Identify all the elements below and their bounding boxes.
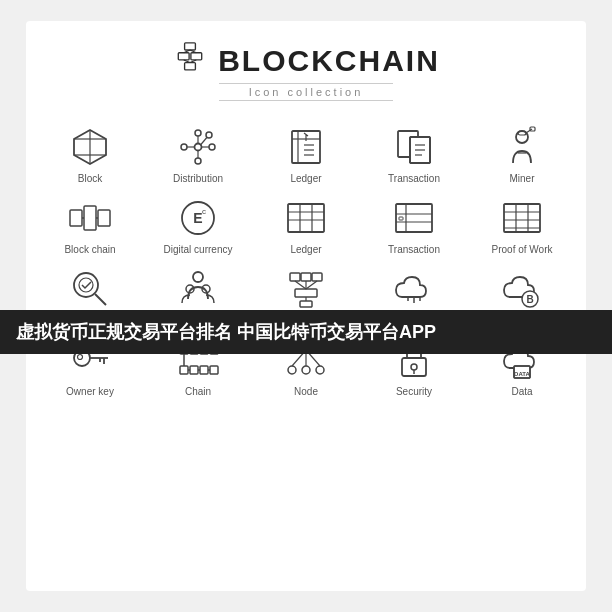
network-icon [284, 267, 328, 311]
svg-point-16 [195, 158, 201, 164]
svg-rect-57 [399, 217, 403, 220]
transaction2-label: Transaction [388, 244, 440, 255]
icon-cell-transaction2: Transaction [360, 190, 468, 261]
ledger2-label: Ledger [290, 244, 321, 255]
svg-text:B: B [526, 294, 533, 305]
digital-currency-label: Digital currency [164, 244, 233, 255]
svg-rect-97 [190, 366, 198, 374]
icon-cell-ledger2: Ledger [252, 190, 360, 261]
logo-icon [172, 41, 208, 81]
ledger2-icon [284, 196, 328, 240]
svg-text:c: c [202, 207, 206, 216]
security-label: Security [396, 386, 432, 397]
proof-of-work-label: Proof of Work [492, 244, 553, 255]
block-label: Block [78, 173, 102, 184]
svg-line-77 [306, 281, 317, 289]
promo-banner: 虚拟货币正规交易平台排名 中国比特币交易平台APP [0, 310, 612, 354]
page-wrapper: BLOCKCHAIN Icon collection [0, 0, 612, 612]
transaction-label: Transaction [388, 173, 440, 184]
icon-cell-distribution: Distribution [144, 119, 252, 190]
subtitle: Icon collection [219, 83, 394, 101]
svg-point-105 [288, 366, 296, 374]
digital-currency-icon: E c [176, 196, 220, 240]
icon-cell-proof-of-work: Proof of Work [468, 190, 576, 261]
svg-rect-53 [396, 204, 432, 232]
svg-rect-72 [312, 273, 322, 281]
svg-point-107 [302, 366, 310, 374]
proof-of-work-icon [500, 196, 544, 240]
svg-rect-73 [295, 289, 317, 297]
svg-rect-70 [290, 273, 300, 281]
miner-icon [500, 125, 544, 169]
icon-cell-blockchain: Block chain [36, 190, 144, 261]
svg-line-75 [295, 281, 306, 289]
page-title: BLOCKCHAIN [218, 44, 440, 78]
svg-rect-74 [300, 301, 312, 307]
icon-cell-transaction: Transaction [360, 119, 468, 190]
svg-rect-48 [288, 204, 324, 232]
block-reward-icon: B [500, 267, 544, 311]
cloud-icon [392, 267, 436, 311]
confirmation-icon [68, 267, 112, 311]
svg-rect-41 [84, 206, 96, 230]
svg-point-106 [316, 366, 324, 374]
svg-line-22 [201, 138, 207, 146]
header: BLOCKCHAIN Icon collection [172, 41, 440, 101]
icon-cell-miner: Miner [468, 119, 576, 190]
transaction2-icon [392, 196, 436, 240]
svg-rect-1 [178, 53, 189, 60]
chain-label: Chain [185, 386, 211, 397]
icon-cell-block: Block [36, 119, 144, 190]
svg-point-66 [79, 278, 93, 292]
svg-point-64 [74, 273, 98, 297]
blockchain-label: Block chain [64, 244, 115, 255]
icon-cell-digital-currency: E c Digital currency [144, 190, 252, 261]
block-icon [68, 125, 112, 169]
icon-grid: Block [36, 119, 576, 403]
svg-rect-42 [98, 210, 110, 226]
svg-point-88 [78, 355, 83, 360]
ledger-label: Ledger [290, 173, 321, 184]
data-label: Data [511, 386, 532, 397]
svg-rect-98 [200, 366, 208, 374]
svg-rect-0 [185, 43, 196, 50]
svg-line-65 [95, 294, 106, 305]
blockchain-icon [68, 196, 112, 240]
icon-cell-ledger: Ledger [252, 119, 360, 190]
svg-point-14 [209, 144, 215, 150]
distribution-label: Distribution [173, 173, 223, 184]
svg-rect-2 [191, 53, 202, 60]
miner-label: Miner [509, 173, 534, 184]
user-icon [176, 267, 220, 311]
svg-rect-71 [301, 273, 311, 281]
main-container: BLOCKCHAIN Icon collection [0, 0, 612, 612]
ledger-icon [284, 125, 328, 169]
svg-rect-96 [180, 366, 188, 374]
svg-point-67 [193, 272, 203, 282]
svg-point-15 [181, 144, 187, 150]
svg-rect-3 [185, 63, 196, 70]
transaction-icon [392, 125, 436, 169]
owner-key-label: Owner key [66, 386, 114, 397]
svg-text:DATA: DATA [514, 371, 530, 377]
header-top: BLOCKCHAIN [172, 41, 440, 81]
svg-point-112 [411, 364, 417, 370]
svg-rect-38 [530, 127, 535, 131]
svg-rect-40 [70, 210, 82, 226]
svg-point-17 [206, 132, 212, 138]
distribution-icon [176, 125, 220, 169]
svg-point-13 [195, 130, 201, 136]
node-label: Node [294, 386, 318, 397]
svg-rect-99 [210, 366, 218, 374]
card: BLOCKCHAIN Icon collection [26, 21, 586, 591]
